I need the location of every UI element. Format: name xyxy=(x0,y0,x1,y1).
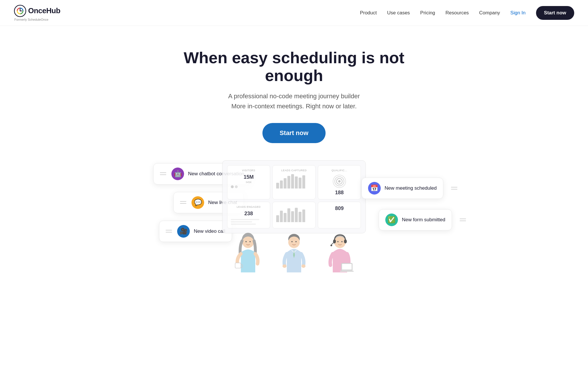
hero-sub1: A professional no-code meeting journey b… xyxy=(228,93,360,100)
nav-link-pricing[interactable]: Pricing xyxy=(420,10,435,16)
nav-link-company[interactable]: Company xyxy=(479,10,500,16)
drag-handle-chatbot[interactable] xyxy=(160,172,166,175)
dash-engaged-value: 238 xyxy=(231,211,266,217)
svg-point-16 xyxy=(301,264,305,268)
dash-engaged-label: LEADS ENGAGED xyxy=(231,205,266,208)
svg-point-12 xyxy=(291,241,293,242)
illustration-area: 🤖 New chatbot conversation 💬 New live ch… xyxy=(136,160,452,275)
nav-links: Product Use cases Pricing Resources Comp… xyxy=(360,6,574,20)
drag-handle-videocall[interactable] xyxy=(166,230,172,232)
svg-point-15 xyxy=(283,264,287,268)
logo[interactable]: OnceHub Formerly ScheduleOnce xyxy=(14,5,60,21)
bar-2 xyxy=(280,180,283,189)
videocall-icon: 🎥 xyxy=(177,225,190,238)
bar-e6 xyxy=(295,208,298,222)
form-label: New form submitted xyxy=(402,217,445,223)
logo-icon xyxy=(14,5,26,17)
person-1-svg xyxy=(232,232,264,275)
bar-7 xyxy=(299,178,301,189)
dash-qual-label: QUALIFIC... xyxy=(322,169,357,172)
nav-link-resources[interactable]: Resources xyxy=(446,10,469,16)
bar-4 xyxy=(287,176,290,189)
svg-point-11 xyxy=(288,236,300,248)
bar-3 xyxy=(284,178,287,189)
bar-e7 xyxy=(299,212,301,222)
svg-rect-9 xyxy=(235,263,241,268)
hero-heading: When easy scheduling is not enough xyxy=(165,49,423,84)
person-3 xyxy=(323,232,357,275)
hero-section: When easy scheduling is not enough A pro… xyxy=(0,26,588,287)
dash-qual-value: 188 xyxy=(322,190,357,196)
notif-meeting: 📅 New meeting scheduled xyxy=(361,178,443,199)
svg-point-23 xyxy=(341,241,343,242)
meeting-label: New meeting scheduled xyxy=(385,185,437,191)
logo-wordmark: OnceHub xyxy=(28,6,60,15)
notif-videocall: 🎥 New video call xyxy=(159,221,232,242)
svg-point-13 xyxy=(295,241,297,242)
nav-link-use-cases[interactable]: Use cases xyxy=(387,10,410,16)
person-illustrations xyxy=(231,232,357,275)
dash-card-leads: LEADS CAPTURED xyxy=(272,165,316,199)
livechat-icon: 💬 xyxy=(192,196,204,209)
dashboard-mockup: VISITORS 15M 345K LEADS CAPTURED xyxy=(222,160,366,233)
dash-total-value: 809 xyxy=(322,205,357,211)
bar-5 xyxy=(291,174,294,189)
bar-1 xyxy=(276,183,279,189)
dash-visitors-sub: 345K xyxy=(231,181,266,184)
dash-visitors-value: 15M xyxy=(231,174,266,180)
bar-6 xyxy=(295,176,298,189)
svg-rect-26 xyxy=(340,271,354,272)
svg-point-4 xyxy=(338,180,341,182)
videocall-label: New video call xyxy=(194,228,225,234)
engaged-bar-chart xyxy=(276,208,312,222)
form-icon: ✅ xyxy=(385,214,398,226)
svg-point-8 xyxy=(249,241,251,242)
person-1 xyxy=(231,232,265,275)
drag-handle-livechat[interactable] xyxy=(180,201,186,204)
dash-visitors-label: VISITORS xyxy=(231,169,266,172)
svg-point-22 xyxy=(337,241,339,242)
person-2 xyxy=(277,232,311,275)
svg-point-6 xyxy=(242,236,254,248)
logo-subtitle: Formerly ScheduleOnce xyxy=(14,18,49,21)
svg-point-7 xyxy=(245,241,247,242)
bar-e3 xyxy=(284,213,287,222)
target-graphic xyxy=(332,174,347,189)
leads-bar-chart xyxy=(276,174,312,189)
hero-sub2: More in-context meetings. Right now or l… xyxy=(231,103,357,110)
bar-e4 xyxy=(287,208,290,222)
person-3-svg xyxy=(324,232,356,275)
dash-card-visitors: VISITORS 15M 345K xyxy=(227,165,270,199)
svg-point-20 xyxy=(344,239,347,243)
notif-form: ✅ New form submitted xyxy=(379,209,452,230)
dash-leads-label: LEADS CAPTURED xyxy=(276,169,312,172)
bar-e1 xyxy=(276,215,279,222)
dash-card-total: 809 xyxy=(318,202,361,228)
chatbot-icon: 🤖 xyxy=(171,168,184,180)
drag-handle-form[interactable] xyxy=(460,218,466,221)
hero-cta-button[interactable]: Start now xyxy=(262,123,326,143)
main-nav: OnceHub Formerly ScheduleOnce Product Us… xyxy=(0,0,588,26)
bar-e5 xyxy=(291,211,294,222)
dash-card-engaged: LEADS ENGAGED 238 xyxy=(227,202,270,228)
dash-card-qual: QUALIFIC... 188 xyxy=(318,165,361,199)
nav-start-button[interactable]: Start now xyxy=(536,6,574,20)
person-2-svg xyxy=(278,232,310,275)
drag-handle-meeting[interactable] xyxy=(451,187,457,189)
svg-point-21 xyxy=(330,245,332,246)
bar-e8 xyxy=(302,209,305,222)
bar-e2 xyxy=(280,211,283,222)
nav-link-product[interactable]: Product xyxy=(360,10,377,16)
svg-point-18 xyxy=(334,236,346,248)
svg-rect-25 xyxy=(342,264,352,270)
signin-link[interactable]: Sign In xyxy=(510,10,526,16)
dash-card-engaged-chart xyxy=(272,202,316,228)
bar-8 xyxy=(302,175,305,189)
hero-subtext: A professional no-code meeting journey b… xyxy=(6,91,582,111)
meeting-icon: 📅 xyxy=(368,182,381,195)
